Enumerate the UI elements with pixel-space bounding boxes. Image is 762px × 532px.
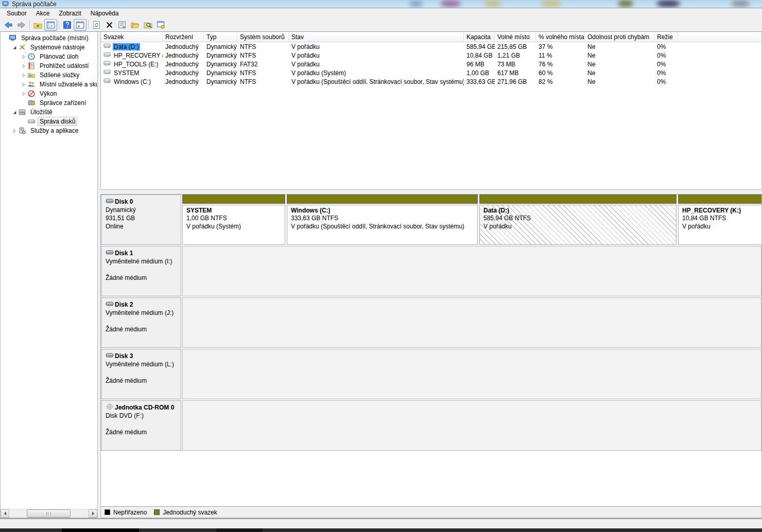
open-folder-button[interactable] (129, 19, 142, 31)
column-header[interactable]: Systém souborů (237, 32, 289, 42)
volume-row[interactable]: HP_TOOLS (E:)JednoduchýDynamickýFAT32V p… (101, 60, 761, 68)
partition-block[interactable]: Windows (C:)333,63 GB NTFSV pořádku (Spo… (287, 194, 478, 245)
volume-row[interactable]: SYSTEMJednoduchýDynamickýNTFSV pořádku (… (101, 68, 761, 77)
partition-block[interactable]: SYSTEM1,00 GB NTFSV pořádku (Systém) (182, 194, 285, 245)
sidebar-item[interactable]: Plánovač úloh (1, 52, 97, 61)
volume-list: SvazekRozvrženíTypSystém souborůStavKapa… (100, 32, 762, 190)
horizontal-splitter[interactable] (100, 190, 762, 194)
disk-label-panel[interactable]: Disk 1Vyměnitelné médium (I:) Žádné médi… (101, 246, 181, 296)
column-header[interactable]: Kapacita (464, 32, 495, 42)
sidebar-item[interactable]: Služby a aplikace (1, 126, 97, 135)
disk-name: Disk 2 (106, 300, 178, 309)
column-header[interactable]: Režie (654, 32, 678, 42)
sidebar-item[interactable]: Správa počítače (místní) (1, 33, 97, 43)
disk-label-panel[interactable]: Disk 2Vyměnitelné médium (J:) Žádné médi… (101, 297, 181, 348)
volume-cell: Ne (585, 43, 654, 50)
partition-block[interactable]: HP_RECOVERY (K:)10,84 GB NTFSV pořádku (678, 194, 761, 245)
expander-collapsed-icon[interactable] (21, 81, 27, 87)
menu-item[interactable]: Soubor (2, 9, 31, 18)
properties-button[interactable] (116, 19, 129, 31)
sidebar-item[interactable]: Prohlížeč událostí (1, 61, 97, 70)
hard-disk-icon (106, 352, 115, 360)
help-icon (62, 20, 72, 30)
titlebar-glass-blob (731, 0, 750, 7)
volume-name: Windows (C:) (113, 78, 152, 85)
expander-collapsed-icon[interactable] (11, 128, 18, 134)
disk-partition-area (182, 297, 761, 348)
disk-info-line: 931,51 GB (106, 214, 178, 222)
volume-name: Data (D:) (113, 43, 140, 50)
scrollbar-track[interactable] (9, 509, 89, 518)
tools-icon (18, 43, 27, 51)
no-media-area[interactable] (182, 400, 761, 451)
show-window-button[interactable] (74, 19, 86, 31)
volume-cell: 0% (654, 52, 678, 59)
volume-row[interactable]: HP_RECOVERY (K:)JednoduchýDynamickýNTFSV… (101, 51, 761, 60)
sidebar-item[interactable]: Správa disků (1, 117, 97, 126)
find-button[interactable] (142, 19, 154, 31)
partition-info-box: Windows (C:)333,63 GB NTFSV pořádku (Spo… (287, 205, 478, 245)
disk-name: Jednotka CD-ROM 0 (106, 403, 178, 412)
volume-cell: V pořádku (289, 43, 464, 50)
column-header[interactable]: Volné místo (495, 32, 536, 42)
column-header[interactable]: Rozvržení (163, 32, 204, 42)
partition-block[interactable]: Data (D:)585,94 GB NTFSV pořádku (479, 194, 677, 245)
scrollbar-thumb[interactable] (27, 509, 71, 518)
expander-collapsed-icon[interactable] (21, 63, 27, 69)
back-button[interactable] (2, 19, 15, 31)
volume-cell: Dynamický (204, 78, 237, 85)
refresh-button[interactable] (90, 19, 103, 31)
tree-horizontal-scrollbar[interactable] (1, 509, 97, 518)
scroll-left-button[interactable] (1, 509, 9, 518)
device-manager-icon (27, 99, 36, 107)
disk-label-panel[interactable]: Disk 0Dynamický931,51 GBOnline (101, 194, 181, 245)
titlebar-glass-blob (656, 0, 680, 7)
console-settings-button[interactable] (154, 19, 167, 31)
volume-cell: 1,00 GB (464, 69, 495, 77)
expander-collapsed-icon[interactable] (21, 54, 27, 60)
column-header[interactable]: Svazek (101, 32, 163, 42)
disk-name-text: Jednotka CD-ROM 0 (115, 404, 174, 411)
menu-item[interactable]: Zobrazit (54, 9, 85, 18)
expander-collapsed-icon[interactable] (21, 91, 27, 97)
disk-label-panel[interactable]: Jednotka CD-ROM 0Disk DVD (F:) Žádné méd… (101, 400, 181, 451)
disk-name-text: Disk 0 (115, 198, 133, 205)
window-title: Správa počítače (12, 1, 57, 8)
console-tree-button[interactable] (44, 19, 57, 31)
forward-button[interactable] (15, 19, 28, 31)
sidebar-item[interactable]: Místní uživatelé a skupiny (1, 80, 97, 89)
sidebar-item[interactable]: Správce zařízení (1, 98, 97, 108)
volume-cell: NTFS (237, 78, 289, 85)
sidebar-item[interactable]: Úložiště (1, 108, 97, 117)
up-folder-button[interactable] (31, 19, 44, 31)
no-media-area[interactable] (182, 349, 761, 399)
column-header[interactable]: Stav (289, 32, 464, 42)
column-header[interactable]: Odolnost proti chybám (585, 32, 654, 42)
no-media-area[interactable] (182, 297, 761, 348)
help-button[interactable] (61, 19, 74, 31)
volume-name: HP_RECOVERY (K:) (113, 52, 163, 59)
sidebar-item[interactable]: Výkon (1, 89, 97, 98)
volume-row[interactable]: Data (D:)JednoduchýDynamickýNTFSV pořádk… (101, 42, 761, 51)
delete-button[interactable] (103, 19, 116, 31)
expander-collapsed-icon[interactable] (21, 72, 27, 78)
column-header[interactable]: Typ (204, 32, 237, 42)
disk-info-line (106, 368, 178, 377)
volume-row[interactable]: Windows (C:)JednoduchýDynamickýNTFSV poř… (101, 77, 761, 86)
menu-item[interactable]: Akce (31, 9, 55, 18)
sidebar-item[interactable]: Sdílené složky (1, 70, 97, 80)
sidebar-item[interactable]: Systémové nástroje (1, 43, 97, 52)
expander-expanded-icon[interactable] (11, 44, 18, 50)
disk-label-panel[interactable]: Disk 3Vyměnitelné médium (L:) Žádné médi… (101, 349, 181, 399)
disk-row: Disk 1Vyměnitelné médium (I:) Žádné médi… (101, 246, 761, 296)
volume-cell: 0% (654, 61, 678, 68)
console-tree-icon (46, 20, 56, 30)
partition-status: V pořádku (682, 222, 761, 230)
disk-management-icon (27, 117, 36, 126)
scroll-right-button[interactable] (89, 509, 97, 518)
expander-expanded-icon[interactable] (11, 109, 18, 115)
no-media-area[interactable] (182, 246, 761, 296)
column-header[interactable]: % volného místa (536, 32, 585, 42)
menu-item[interactable]: Nápověda (86, 9, 124, 18)
volume-cell: NTFS (237, 43, 289, 50)
